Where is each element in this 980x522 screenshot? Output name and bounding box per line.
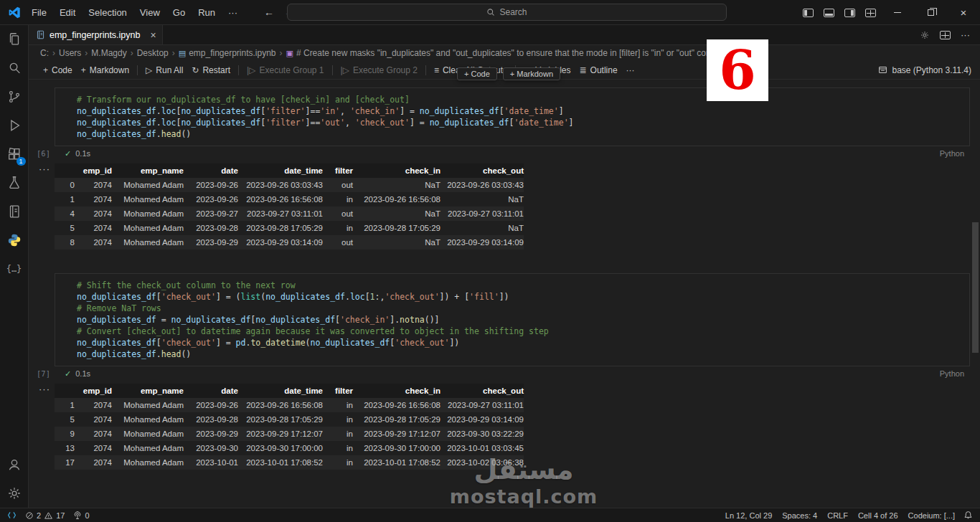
run-and-debug-icon[interactable]	[0, 111, 29, 140]
table-header-cell	[55, 384, 75, 398]
table-header-cell: date	[184, 384, 238, 398]
output-more-actions-icon[interactable]: ···	[39, 163, 50, 174]
insert-code-cell-button[interactable]: + Code	[457, 67, 497, 80]
code-line: no_duplicates_df.loc[no_duplicates_df['f…	[77, 117, 963, 128]
table-cell: 2023-09-26 03:03:43	[440, 178, 524, 192]
radio-tower-icon	[73, 511, 82, 520]
source-control-icon[interactable]	[0, 82, 29, 111]
warnings-icon	[44, 511, 53, 520]
annotation-number: 6	[707, 39, 768, 101]
menu-selection[interactable]: Selection	[82, 4, 133, 21]
table-row: 92074Mohamed Adam2023-09-292023-09-29 17…	[55, 427, 524, 441]
menu-edit[interactable]: Edit	[53, 4, 82, 21]
notebook-view-icon[interactable]	[0, 197, 29, 226]
menu-run[interactable]: Run	[192, 4, 222, 21]
menu-file[interactable]: File	[25, 4, 53, 21]
output-content: emp_idemp_namedatedate_timefiltercheck_i…	[55, 381, 970, 470]
table-cell: 2023-09-26	[184, 192, 238, 207]
code-editor[interactable]: # Transform our no_duplicates_df to have…	[55, 87, 970, 146]
table-cell: 2023-09-26	[184, 178, 238, 192]
codeium-indicator[interactable]: Codeium: [...]	[908, 511, 955, 520]
vertical-scrollbar[interactable]	[972, 222, 979, 353]
table-cell: 5	[55, 412, 75, 427]
breadcrumb-item[interactable]: emp_fingerprints.ipynb	[189, 48, 275, 58]
table-cell: 2023-09-26 16:56:08	[353, 398, 440, 412]
breadcrumb-item[interactable]: Users	[59, 48, 81, 58]
code-editor[interactable]: # Shift the check_out column to the next…	[55, 273, 970, 366]
settings-gear-icon[interactable]	[920, 30, 930, 40]
remote-indicator[interactable]	[7, 511, 17, 520]
testing-icon[interactable]	[0, 169, 29, 197]
close-window-button[interactable]: ×	[947, 0, 980, 25]
search-box[interactable]: Search	[287, 4, 727, 21]
problems-indicator[interactable]: 2 17	[25, 511, 65, 520]
toolbar-label: Markdown	[90, 65, 129, 75]
cell-language-picker[interactable]: Python	[940, 149, 964, 158]
extensions-icon[interactable]: 1	[0, 140, 29, 169]
table-cell: 2023-09-26 16:56:08	[353, 192, 440, 207]
cell-indicator[interactable]: Cell 4 of 26	[858, 511, 898, 520]
insert-markdown-cell-button[interactable]: + Markdown	[503, 67, 560, 80]
breadcrumb-item[interactable]: Desktop	[137, 48, 169, 58]
search-placeholder: Search	[499, 7, 527, 17]
execute-group-1-button[interactable]: |▷Execute Group 1	[242, 63, 328, 77]
back-arrow-icon[interactable]: ←	[264, 6, 274, 18]
explorer-icon[interactable]	[0, 25, 29, 54]
table-header-cell: date_time	[238, 384, 323, 398]
table-cell: out	[323, 235, 353, 250]
tab-close-icon[interactable]: ×	[150, 29, 156, 41]
indentation-indicator[interactable]: Spaces: 4	[782, 511, 817, 520]
table-cell: Mohamed Adam	[112, 455, 184, 470]
cursor-position-indicator[interactable]: Ln 12, Col 29	[725, 511, 772, 520]
more-actions-button[interactable]: ···	[622, 63, 639, 77]
snippets-braces-icon[interactable]: {…}	[0, 255, 29, 283]
python-icon[interactable]	[0, 226, 29, 255]
more-actions-icon[interactable]: ···	[961, 29, 970, 40]
toggle-panel-icon[interactable]	[824, 9, 834, 17]
execute-group-icon: |▷	[341, 65, 349, 75]
notebook-cell: [7]# Shift the check_out column to the n…	[29, 273, 970, 381]
maximize-restore-button[interactable]	[914, 0, 947, 25]
breadcrumb-item[interactable]: M.Magdy	[91, 48, 126, 58]
table-cell: 2023-09-28 17:05:29	[353, 221, 440, 235]
table-header-cell: filter	[323, 384, 353, 398]
menu-more[interactable]: ···	[222, 4, 244, 21]
split-editor-icon[interactable]	[940, 31, 951, 39]
table-cell: out	[323, 178, 353, 192]
toggle-primary-sidebar-icon[interactable]	[803, 9, 814, 17]
add-markdown-cell-button[interactable]: +Markdown	[77, 63, 133, 77]
breadcrumb-item[interactable]: # Create new masks "in_duplicates" and "…	[296, 48, 730, 58]
table-cell: in	[323, 192, 353, 207]
menu-view[interactable]: View	[133, 4, 166, 21]
accounts-icon[interactable]	[0, 450, 29, 479]
settings-gear-icon[interactable]	[0, 479, 29, 508]
output-more-actions-icon[interactable]: ···	[39, 384, 50, 394]
minimize-button[interactable]	[881, 0, 914, 25]
table-header-cell: emp_name	[112, 163, 184, 178]
table-row: 42074Mohamed Adam2023-09-272023-09-27 03…	[55, 207, 524, 221]
restart-kernel-button[interactable]: ↻Restart	[187, 63, 235, 77]
cell-language-picker[interactable]: Python	[940, 369, 964, 378]
kernel-picker[interactable]: base (Python 3.11.4)	[878, 65, 971, 75]
breadcrumb-item[interactable]: C:	[40, 48, 49, 58]
notifications-bell-icon[interactable]	[963, 511, 973, 520]
breadcrumb: C:›Users›M.Magdy›Desktop›▤emp_fingerprin…	[29, 45, 980, 61]
table-cell: 2023-09-26 16:56:08	[238, 398, 323, 412]
table-cell: 2023-09-28 17:05:29	[238, 221, 323, 235]
toolbar-label: Restart	[202, 65, 230, 75]
eol-indicator[interactable]: CRLF	[827, 511, 848, 520]
menu-go[interactable]: Go	[166, 4, 192, 21]
execution-count: [7]	[37, 369, 50, 378]
toggle-secondary-sidebar-icon[interactable]	[844, 9, 855, 17]
search-view-icon[interactable]	[0, 54, 29, 82]
execute-group-2-button[interactable]: |▷Execute Group 2	[336, 63, 422, 77]
kernel-icon	[878, 65, 887, 75]
run-all-button[interactable]: ▷Run All	[141, 63, 187, 77]
table-cell: 9	[55, 427, 75, 441]
ports-indicator[interactable]: 0	[73, 511, 89, 520]
customize-layout-icon[interactable]	[865, 9, 876, 17]
outline-button[interactable]: ≣Outline	[575, 63, 621, 77]
add-code-cell-button[interactable]: +Code	[39, 63, 77, 77]
table-cell: 2074	[75, 398, 112, 412]
tab-emp-fingerprints[interactable]: emp_fingerprints.ipynb ×	[29, 25, 163, 44]
